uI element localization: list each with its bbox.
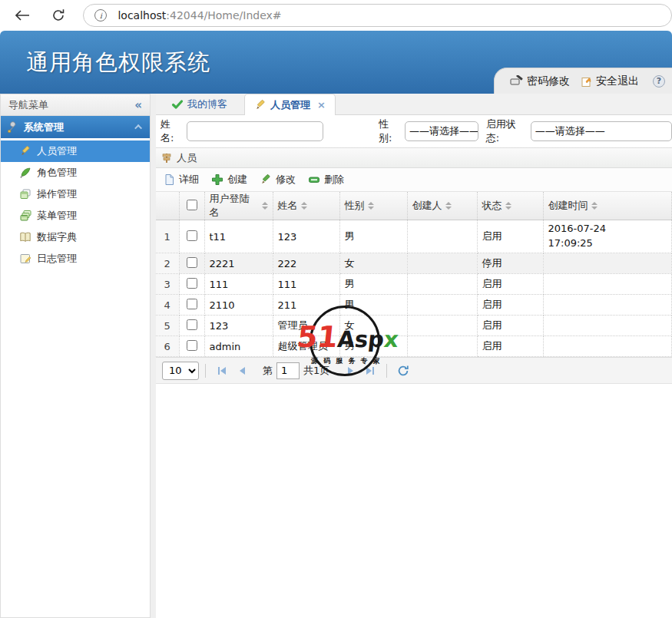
create-button[interactable]: 创建 <box>211 173 247 187</box>
browser-back-button[interactable] <box>12 5 31 25</box>
edit-label: 修改 <box>276 173 296 187</box>
row-checkbox[interactable] <box>187 230 197 241</box>
tab-close-icon[interactable]: × <box>317 99 326 111</box>
row-number: 4 <box>156 295 179 316</box>
next-page-button[interactable] <box>340 362 360 380</box>
row-checkbox-cell <box>179 253 204 274</box>
sort-icon[interactable] <box>368 202 374 210</box>
help-icon[interactable]: ? <box>653 75 665 88</box>
sidebar-item-dictionary[interactable]: 数据字典 <box>1 226 150 248</box>
status-select[interactable]: ——请选择—— <box>531 121 672 141</box>
table-row[interactable]: 6 admin 超级管理员 男 启用 <box>156 336 672 357</box>
role-icon <box>19 167 31 179</box>
sort-icon[interactable] <box>591 202 598 210</box>
cell-creator <box>407 220 477 253</box>
sidebar-item-label: 数据字典 <box>37 230 77 244</box>
pager-separator <box>386 364 387 378</box>
chevron-up-icon[interactable] <box>134 124 142 132</box>
cell-login: admin <box>204 336 273 357</box>
panel-title: 人员 <box>177 151 197 165</box>
browser-refresh-button[interactable] <box>48 5 68 25</box>
splitter[interactable] <box>151 94 156 618</box>
table-row[interactable]: 2 2221 222 女 停用 <box>156 253 672 274</box>
column-header-creator[interactable]: 创建人 <box>407 192 477 220</box>
cell-created <box>543 336 672 357</box>
row-checkbox[interactable] <box>187 319 197 330</box>
tab-bar: 我的博客 人员管理 × <box>156 94 672 115</box>
sidebar-item-menus[interactable]: 菜单管理 <box>1 205 150 226</box>
column-header-name[interactable]: 姓名 <box>273 192 339 220</box>
gender-select[interactable]: ——请选择—— <box>405 121 478 141</box>
edit-button[interactable]: 修改 <box>260 173 296 187</box>
cell-login: 2110 <box>204 295 273 316</box>
sidebar-collapse-icon[interactable]: « <box>134 98 142 112</box>
cell-created <box>543 295 672 316</box>
sidebar-item-roles[interactable]: 角色管理 <box>1 162 150 183</box>
cell-status: 停用 <box>477 253 543 274</box>
table-row[interactable]: 1 t11 123 男 启用 2016-07-2417:09:25 <box>156 220 672 253</box>
sort-icon[interactable] <box>262 202 268 210</box>
cell-name: 123 <box>273 220 339 253</box>
change-password-button[interactable]: 密码修改 <box>510 74 570 88</box>
column-header-status[interactable]: 状态 <box>477 192 543 220</box>
table-row[interactable]: 5 123 管理员 女 启用 <box>156 316 672 336</box>
pencil-icon <box>19 145 31 157</box>
sort-icon[interactable] <box>301 202 307 210</box>
wrench-icon <box>7 121 19 134</box>
detail-button[interactable]: 详细 <box>164 173 199 187</box>
row-checkbox[interactable] <box>187 299 197 309</box>
row-checkbox[interactable] <box>187 278 197 289</box>
back-arrow-icon <box>14 8 31 22</box>
cell-login: 123 <box>204 316 273 336</box>
pagination-bar: 10 第 共1页 <box>156 357 672 384</box>
status-filter-label: 启用状态: <box>486 117 526 145</box>
sort-icon[interactable] <box>505 202 511 210</box>
tab-my-blog[interactable]: 我的博客 <box>162 94 237 114</box>
cell-gender: 女 <box>339 253 407 274</box>
sidebar-item-personnel[interactable]: 人员管理 <box>1 140 150 162</box>
delete-label: 删除 <box>324 173 344 187</box>
column-header-login[interactable]: 用户登陆名 <box>204 192 273 220</box>
grid-toolbar: 详细 创建 修改 删除 <box>156 168 672 192</box>
sidebar-item-operations[interactable]: 操作管理 <box>1 183 150 205</box>
prev-page-button[interactable] <box>232 362 252 380</box>
cell-status: 启用 <box>477 316 543 336</box>
row-number-header <box>156 192 179 220</box>
table-row[interactable]: 4 2110 211 男 启用 <box>156 295 672 316</box>
select-all-header <box>179 192 204 220</box>
cell-gender: 女 <box>339 316 407 336</box>
cell-creator <box>407 274 477 295</box>
column-header-gender[interactable]: 性别 <box>339 192 407 220</box>
browser-address-bar[interactable]: i localhost:42044/Home/Index# <box>83 4 672 27</box>
cell-name: 111 <box>273 274 339 295</box>
cell-login: 111 <box>204 274 273 295</box>
sort-icon[interactable] <box>445 202 452 210</box>
document-icon <box>164 174 175 186</box>
cell-creator <box>407 316 477 336</box>
table-row[interactable]: 3 111 111 男 启用 <box>156 274 672 295</box>
page-size-select[interactable]: 10 <box>162 362 199 380</box>
first-page-button[interactable] <box>212 362 232 380</box>
detail-label: 详细 <box>179 173 199 187</box>
sidebar-group-system[interactable]: 系统管理 <box>1 116 150 138</box>
page-prefix-label: 第 <box>263 364 273 378</box>
name-filter-input[interactable] <box>187 121 323 141</box>
page-info-icon[interactable]: i <box>94 9 107 21</box>
row-checkbox[interactable] <box>187 340 197 351</box>
menu-manage-icon <box>19 210 31 222</box>
column-header-created[interactable]: 创建时间 <box>543 192 672 220</box>
last-page-button[interactable] <box>360 362 380 380</box>
logout-button[interactable]: 安全退出 <box>581 74 639 88</box>
row-number: 1 <box>156 220 179 253</box>
tab-personnel[interactable]: 人员管理 × <box>244 94 336 115</box>
cell-gender: 男 <box>339 274 407 295</box>
row-checkbox[interactable] <box>187 257 197 268</box>
sidebar-item-label: 角色管理 <box>37 166 77 180</box>
delete-button[interactable]: 删除 <box>308 173 344 187</box>
operation-icon <box>19 188 31 200</box>
reload-button[interactable] <box>393 362 413 380</box>
select-all-checkbox[interactable] <box>187 200 197 210</box>
page-number-input[interactable] <box>276 362 300 379</box>
sidebar-item-logs[interactable]: 日志管理 <box>1 248 150 269</box>
book-icon <box>19 231 31 243</box>
